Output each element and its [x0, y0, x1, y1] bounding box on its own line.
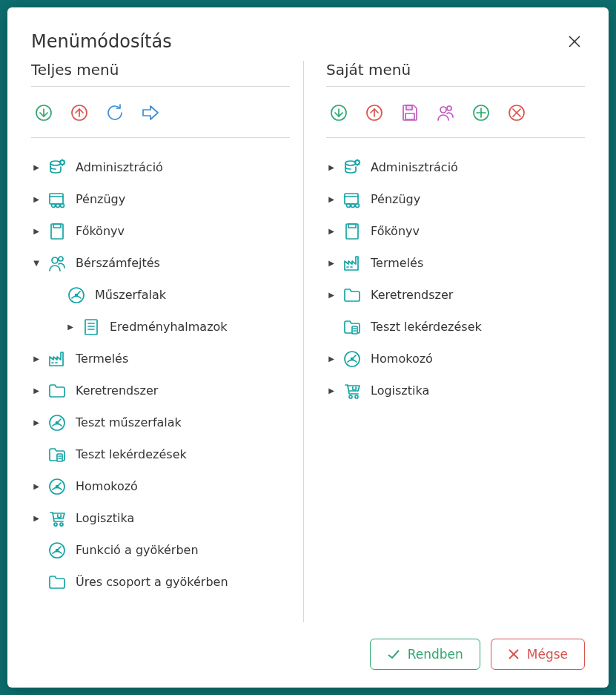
- tree-caret-icon[interactable]: ▶: [65, 323, 76, 331]
- cart-icon: [46, 507, 68, 530]
- tree-caret-icon[interactable]: ▶: [31, 227, 42, 235]
- tree-node-label: Adminisztráció: [76, 160, 163, 174]
- modal-header: Menümódosítás: [31, 31, 585, 52]
- tree-caret-icon[interactable]: ▶: [31, 418, 42, 426]
- tree-caret-icon[interactable]: ▶: [326, 355, 337, 363]
- right-pane-title: Saját menü: [326, 61, 585, 87]
- tree-caret-icon[interactable]: ▶: [31, 355, 42, 363]
- up-circle-icon: [365, 103, 384, 122]
- tree-node[interactable]: ▼Bérszámfejtés: [31, 247, 290, 279]
- tree-caret-icon[interactable]: ▶: [326, 259, 337, 267]
- tree-node[interactable]: ▶Teszt műszerfalak: [31, 406, 290, 438]
- toolbar-button-down-circle[interactable]: [33, 102, 55, 124]
- svg-rect-46: [405, 113, 414, 119]
- svg-rect-9: [50, 194, 63, 204]
- toolbar-button-people[interactable]: [434, 102, 457, 124]
- tree-node[interactable]: ▶Pénzügy: [326, 183, 585, 215]
- tree-node[interactable]: ▶Adminisztráció: [31, 151, 290, 183]
- svg-point-60: [351, 203, 355, 207]
- factory-icon: [341, 252, 363, 274]
- right-pane: Saját menü ▶Adminisztráció▶Pénzügy▶Főkön…: [303, 61, 585, 622]
- ok-button[interactable]: Rendben: [370, 639, 480, 670]
- cancel-button-label: Mégse: [527, 647, 568, 662]
- plus-circle-icon: [471, 103, 491, 122]
- svg-point-13: [61, 203, 64, 207]
- tree-node[interactable]: ▶Termelés: [31, 343, 290, 375]
- toolbar-button-plus-circle[interactable]: [470, 102, 492, 124]
- factory-icon: [46, 348, 68, 370]
- tree-node[interactable]: Üres csoport a gyökérben: [31, 566, 290, 598]
- tree-node[interactable]: ▶Pénzügy: [31, 183, 290, 215]
- gauge-icon: [65, 284, 87, 306]
- svg-point-48: [447, 106, 451, 111]
- tree-caret-icon[interactable]: ▼: [31, 259, 42, 267]
- right-toolbar: [326, 94, 585, 138]
- tree-node[interactable]: ▶Keretrendszer: [326, 279, 585, 311]
- ledger-icon: [341, 220, 363, 243]
- tree-node[interactable]: ▶Eredményhalmazok: [31, 311, 290, 343]
- tree-node[interactable]: Műszerfalak: [31, 279, 290, 311]
- svg-point-61: [356, 203, 360, 207]
- tree-node[interactable]: Funkció a gyökérben: [31, 534, 290, 566]
- toolbar-button-refresh[interactable]: [104, 102, 126, 124]
- tree-caret-icon[interactable]: ▶: [326, 291, 337, 299]
- tree-caret-icon[interactable]: ▶: [31, 195, 42, 203]
- toolbar-button-up-circle[interactable]: [68, 102, 90, 124]
- svg-rect-15: [53, 224, 61, 228]
- tree-node[interactable]: ▶Keretrendszer: [31, 375, 290, 406]
- tree-node[interactable]: ▶Homokozó: [31, 470, 290, 502]
- tree-node[interactable]: ▶Termelés: [326, 247, 585, 279]
- tree-caret-icon[interactable]: ▶: [31, 386, 42, 395]
- ledger-icon: [46, 220, 68, 243]
- svg-point-40: [56, 549, 59, 551]
- toolbar-button-save[interactable]: [399, 102, 421, 124]
- toolbar-button-down-circle[interactable]: [328, 102, 350, 124]
- tree-node[interactable]: ▶Főkönyv: [31, 215, 290, 247]
- tree-node-label: Pénzügy: [76, 192, 125, 206]
- toolbar-button-arrow-right[interactable]: [139, 102, 162, 124]
- tree-caret-icon[interactable]: ▶: [31, 482, 42, 490]
- tree-caret-icon[interactable]: ▶: [326, 195, 337, 203]
- svg-marker-6: [143, 106, 158, 119]
- toolbar-button-up-circle[interactable]: [363, 102, 385, 124]
- tree-node[interactable]: ▶Logisztika: [31, 502, 290, 534]
- tree-node[interactable]: Teszt lekérdezések: [31, 438, 290, 470]
- tree-node-label: Főkönyv: [371, 224, 420, 238]
- svg-point-11: [52, 203, 56, 207]
- people-icon: [46, 252, 68, 274]
- tree-node[interactable]: ▶Adminisztráció: [326, 151, 585, 183]
- svg-point-71: [351, 358, 354, 360]
- tree-node-label: Funkció a gyökérben: [76, 543, 199, 557]
- svg-point-17: [59, 257, 63, 261]
- tree-node[interactable]: ▶Főkönyv: [326, 215, 585, 247]
- doc-lines-icon: [80, 316, 102, 338]
- svg-point-47: [440, 107, 446, 113]
- close-button[interactable]: [564, 31, 585, 52]
- svg-point-20: [76, 294, 78, 296]
- db-gear-icon: [46, 157, 68, 179]
- left-pane-title: Teljes menü: [31, 61, 290, 87]
- tree-caret-icon[interactable]: ▶: [326, 386, 337, 395]
- modal-footer: Rendben Mégse: [31, 622, 585, 670]
- modal-title: Menümódosítás: [31, 31, 172, 52]
- tree-node[interactable]: ▶Homokozó: [326, 343, 585, 375]
- tree-caret-icon[interactable]: ▶: [326, 163, 337, 171]
- folder-icon: [46, 571, 68, 593]
- up-circle-icon: [70, 103, 89, 122]
- tree-node[interactable]: Teszt lekérdezések: [326, 311, 585, 343]
- finance-icon: [46, 188, 68, 211]
- gauge-icon: [46, 412, 68, 434]
- toolbar-button-x-circle[interactable]: [506, 102, 528, 124]
- svg-point-73: [355, 395, 358, 398]
- folder-doc-icon: [341, 316, 363, 338]
- tree-caret-icon[interactable]: ▶: [31, 163, 42, 171]
- tree-node[interactable]: ▶Logisztika: [326, 375, 585, 406]
- tree-node-label: Eredményhalmazok: [110, 320, 228, 334]
- tree-caret-icon[interactable]: ▶: [31, 514, 42, 522]
- tree-node-label: Keretrendszer: [371, 288, 453, 302]
- svg-rect-21: [85, 320, 97, 335]
- tree-caret-icon[interactable]: ▶: [326, 227, 337, 235]
- arrow-right-icon: [141, 103, 160, 122]
- cancel-button[interactable]: Mégse: [491, 639, 585, 670]
- down-circle-icon: [34, 103, 53, 122]
